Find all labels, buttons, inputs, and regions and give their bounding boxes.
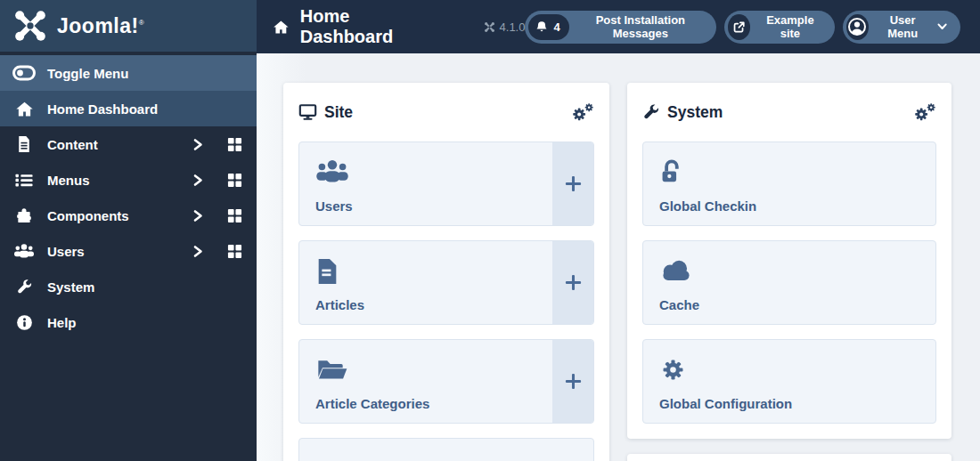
file-icon [12,135,36,153]
tile-label: Users [315,198,353,214]
toggle-icon [12,64,36,82]
tile-users[interactable]: Users [298,142,594,226]
desktop-icon [298,104,317,121]
post-installation-messages-button[interactable]: 4 Post Installation Messages [525,11,715,44]
sidebar: Joomla!® Toggle Menu Home Dashboard Cont [0,0,257,461]
tile-label: Articles [315,297,364,312]
header-bar: Home Dashboard 4.1.0 4 Post Installation… [257,0,980,53]
panel-system: System Global Checkin Cache [627,83,951,439]
add-icon [564,174,583,193]
home-icon [273,19,290,36]
folder-open-icon [315,356,347,382]
cogs-icon [570,101,594,123]
wrench-icon [12,279,36,295]
trademark: ® [139,19,144,27]
cogs-icon [912,101,936,123]
brand-logo[interactable]: Joomla!® [0,0,257,52]
sidebar-menu: Toggle Menu Home Dashboard Content [0,55,257,340]
panel-title: Site [324,103,353,122]
users-icon [315,158,349,184]
chevron-right-icon[interactable] [192,174,203,187]
joomla-mini-icon [484,21,495,33]
add-article-button[interactable] [552,241,593,324]
gear-icon [659,356,687,384]
sidebar-item-label: System [47,279,94,295]
tile-cache[interactable]: Cache [642,240,936,325]
unlock-icon [659,158,687,184]
tile-label: Article Categories [315,396,429,411]
sidebar-item-help[interactable]: Help [0,304,257,340]
notification-count: 4 [553,20,559,34]
sidebar-item-home-dashboard[interactable]: Home Dashboard [0,91,257,126]
panel-settings-button[interactable] [912,101,936,123]
user-avatar-icon [846,14,869,40]
example-site-button[interactable]: Example site [724,11,835,44]
sidebar-item-label: Content [47,137,98,152]
add-users-button[interactable] [552,142,593,225]
tile-articles[interactable]: Articles [298,240,594,325]
dashboard-grid-icon[interactable] [227,208,242,223]
user-menu-label: User Menu [878,13,928,40]
sidebar-item-content[interactable]: Content [0,126,257,162]
tile-global-configuration[interactable]: Global Configuration [642,339,936,424]
info-icon [12,314,36,331]
user-menu-button[interactable]: User Menu [843,11,960,44]
puzzle-icon [12,207,36,224]
panel-title: System [667,103,723,122]
post-installation-messages-label: Post Installation Messages [578,13,703,40]
tile-label: Global Configuration [659,396,792,411]
sidebar-item-toggle-menu[interactable]: Toggle Menu [0,55,257,91]
bell-icon [535,20,548,33]
sidebar-item-system[interactable]: System [0,269,257,304]
sidebar-item-label: Components [47,208,129,223]
main-content: Site Users [257,53,980,461]
users-icon [12,243,36,259]
cloud-icon [659,257,693,282]
sidebar-item-label: Home Dashboard [47,101,158,117]
dashboard-grid-icon[interactable] [227,244,242,259]
chevron-right-icon[interactable] [192,209,203,222]
panel-partial [627,454,951,461]
dashboard-grid-icon[interactable] [227,173,242,188]
sidebar-item-label: Users [47,244,85,259]
list-icon [12,173,36,188]
external-link-icon [728,14,750,40]
chevron-right-icon[interactable] [192,138,203,151]
add-category-button[interactable] [552,340,593,423]
panel-settings-button[interactable] [570,101,594,123]
chevron-down-icon [937,22,947,31]
version-indicator: 4.1.0 [484,20,526,34]
page-title: Home Dashboard [300,6,432,47]
brand-name: Joomla!® [57,14,144,38]
chevron-right-icon[interactable] [192,245,203,258]
sidebar-item-menus[interactable]: Menus [0,162,257,198]
tile-label: Global Checkin [659,198,756,214]
notification-badge: 4 [528,14,568,40]
sidebar-item-label: Menus [47,173,90,188]
panel-site: Site Users [283,83,609,461]
article-icon [315,257,339,286]
joomla-admin-app: Joomla!® Toggle Menu Home Dashboard Cont [0,0,980,461]
tile-label: Cache [659,297,699,312]
tile-article-categories[interactable]: Article Categories [298,339,594,424]
tile-global-checkin[interactable]: Global Checkin [642,142,936,226]
sidebar-item-users[interactable]: Users [0,233,257,269]
sidebar-item-label: Toggle Menu [47,66,128,81]
wrench-icon [642,103,660,121]
dashboard-grid-icon[interactable] [227,137,242,152]
version-text: 4.1.0 [500,20,526,34]
home-icon [12,101,36,117]
sidebar-item-label: Help [47,315,77,330]
add-icon [564,372,583,391]
example-site-label: Example site [759,13,821,40]
joomla-logo-icon [12,8,48,44]
tile-partial[interactable] [298,438,594,461]
sidebar-item-components[interactable]: Components [0,198,257,233]
add-icon [564,273,583,292]
